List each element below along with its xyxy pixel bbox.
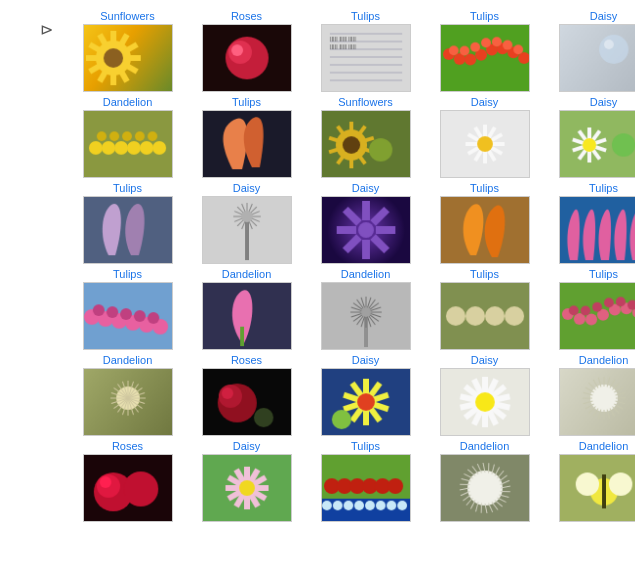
grid-item[interactable]: Roses bbox=[189, 10, 304, 92]
item-image bbox=[321, 282, 411, 350]
grid-item[interactable]: Dandelion bbox=[546, 354, 635, 436]
item-label: Dandelion bbox=[579, 354, 629, 366]
sidebar: ⊳ bbox=[40, 10, 70, 522]
item-image bbox=[440, 282, 530, 350]
item-image bbox=[83, 368, 173, 436]
grid-item[interactable]: Daisy bbox=[189, 182, 304, 264]
item-label: Tulips bbox=[589, 268, 618, 280]
grid-item[interactable]: Roses bbox=[189, 354, 304, 436]
item-image bbox=[83, 196, 173, 264]
item-label: Tulips bbox=[470, 268, 499, 280]
item-image bbox=[321, 368, 411, 436]
item-label: Tulips bbox=[470, 10, 499, 22]
item-label: Dandelion bbox=[579, 440, 629, 452]
item-image bbox=[202, 368, 292, 436]
grid-item[interactable]: Daisy bbox=[427, 96, 542, 178]
item-label: Sunflowers bbox=[100, 10, 154, 22]
grid-item[interactable]: Tulips bbox=[427, 182, 542, 264]
item-label: Daisy bbox=[471, 96, 499, 108]
grid-item[interactable]: Dandelion bbox=[308, 268, 423, 350]
item-label: Tulips bbox=[351, 10, 380, 22]
grid-item[interactable]: Tulips bbox=[427, 268, 542, 350]
item-image bbox=[440, 24, 530, 92]
item-image bbox=[559, 110, 636, 178]
item-image bbox=[321, 454, 411, 522]
item-image bbox=[559, 454, 636, 522]
item-label: Tulips bbox=[113, 268, 142, 280]
grid-item[interactable]: Daisy bbox=[308, 354, 423, 436]
item-label: Roses bbox=[112, 440, 143, 452]
grid-item[interactable]: Tulips bbox=[189, 96, 304, 178]
item-label: Tulips bbox=[232, 96, 261, 108]
item-label: Dandelion bbox=[341, 268, 391, 280]
item-image bbox=[202, 196, 292, 264]
item-image bbox=[202, 24, 292, 92]
item-image bbox=[83, 24, 173, 92]
item-label: Daisy bbox=[590, 10, 618, 22]
item-image bbox=[559, 282, 636, 350]
item-image bbox=[83, 110, 173, 178]
grid-item[interactable]: Tulips bbox=[546, 268, 635, 350]
item-image bbox=[202, 454, 292, 522]
item-image bbox=[83, 454, 173, 522]
item-label: Roses bbox=[231, 354, 262, 366]
item-image bbox=[321, 110, 411, 178]
grid-item[interactable]: Tulips bbox=[70, 182, 185, 264]
item-label: Tulips bbox=[470, 182, 499, 194]
grid-item[interactable]: Daisy bbox=[308, 182, 423, 264]
item-image bbox=[440, 110, 530, 178]
item-label: Dandelion bbox=[222, 268, 272, 280]
item-label: Dandelion bbox=[103, 354, 153, 366]
grid-item[interactable]: Dandelion bbox=[70, 354, 185, 436]
main-container: ⊳ SunflowersRosesTulipsTulipsDaisyDandel… bbox=[0, 0, 635, 532]
item-label: Tulips bbox=[351, 440, 380, 452]
item-image bbox=[559, 24, 636, 92]
item-label: Daisy bbox=[352, 182, 380, 194]
item-image bbox=[321, 24, 411, 92]
grid-item[interactable]: Dandelion bbox=[546, 440, 635, 522]
item-label: Daisy bbox=[590, 96, 618, 108]
sidebar-icon: ⊳ bbox=[40, 21, 53, 38]
grid-item[interactable]: Daisy bbox=[546, 96, 635, 178]
item-label: Dandelion bbox=[103, 96, 153, 108]
item-image bbox=[440, 454, 530, 522]
item-image bbox=[559, 368, 636, 436]
item-label: Daisy bbox=[233, 440, 261, 452]
grid-item[interactable]: Daisy bbox=[427, 354, 542, 436]
item-image bbox=[83, 282, 173, 350]
item-label: Tulips bbox=[589, 182, 618, 194]
item-label: Daisy bbox=[352, 354, 380, 366]
grid-item[interactable]: Dandelion bbox=[427, 440, 542, 522]
grid-item[interactable]: Tulips bbox=[427, 10, 542, 92]
grid-item[interactable]: Tulips bbox=[546, 182, 635, 264]
image-grid: SunflowersRosesTulipsTulipsDaisyDandelio… bbox=[70, 10, 635, 522]
grid-item[interactable]: Tulips bbox=[308, 440, 423, 522]
grid-item[interactable]: Tulips bbox=[308, 10, 423, 92]
item-image bbox=[559, 196, 636, 264]
grid-item[interactable]: Dandelion bbox=[189, 268, 304, 350]
item-label: Tulips bbox=[113, 182, 142, 194]
grid-item[interactable]: Sunflowers bbox=[308, 96, 423, 178]
item-image bbox=[202, 110, 292, 178]
item-image bbox=[440, 368, 530, 436]
grid-item[interactable]: Tulips bbox=[70, 268, 185, 350]
grid-item[interactable]: Roses bbox=[70, 440, 185, 522]
item-image bbox=[202, 282, 292, 350]
grid-item[interactable]: Dandelion bbox=[70, 96, 185, 178]
item-label: Dandelion bbox=[460, 440, 510, 452]
item-label: Daisy bbox=[233, 182, 261, 194]
item-label: Daisy bbox=[471, 354, 499, 366]
item-label: Sunflowers bbox=[338, 96, 392, 108]
item-label: Roses bbox=[231, 10, 262, 22]
grid-item[interactable]: Sunflowers bbox=[70, 10, 185, 92]
grid-item[interactable]: Daisy bbox=[546, 10, 635, 92]
item-image bbox=[321, 196, 411, 264]
item-image bbox=[440, 196, 530, 264]
grid-item[interactable]: Daisy bbox=[189, 440, 304, 522]
